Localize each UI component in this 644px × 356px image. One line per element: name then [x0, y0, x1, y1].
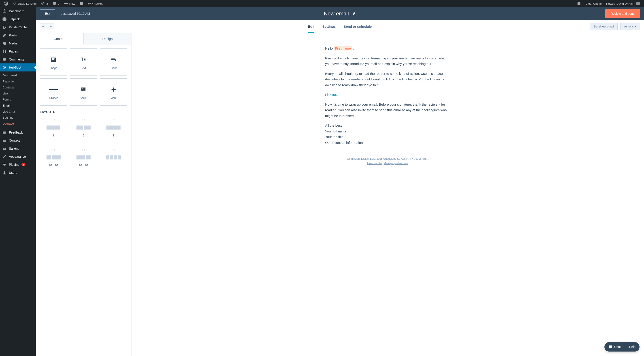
howdy[interactable]: Howdy, David Ly Khim: [604, 0, 642, 7]
wp-admin-bar: David Ly Khim 3 0 New WP Rocket Clear Ca…: [0, 0, 644, 7]
wp-logo[interactable]: [2, 0, 10, 7]
svg-rect-0: [578, 2, 580, 5]
notifications[interactable]: [575, 0, 583, 7]
new-content[interactable]: New: [62, 0, 77, 7]
wp-rocket[interactable]: WP Rocket: [86, 0, 105, 7]
comments-count: 0: [58, 2, 60, 5]
yoast[interactable]: [77, 0, 86, 7]
avatar: [636, 2, 640, 5]
updates[interactable]: 3: [39, 0, 50, 7]
site-name[interactable]: David Ly Khim: [10, 0, 39, 7]
site-name-text: David Ly Khim: [18, 2, 36, 5]
updates-count: 3: [46, 2, 48, 5]
new-label: New: [69, 2, 75, 5]
clear-cache[interactable]: Clear Cache: [583, 0, 604, 7]
comments-bar[interactable]: 0: [50, 0, 62, 7]
